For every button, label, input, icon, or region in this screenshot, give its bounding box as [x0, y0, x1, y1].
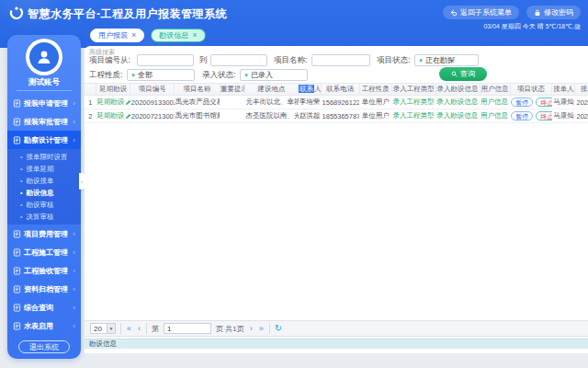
page-title: 智慧水务平台-工程及用户报装管理系统 [28, 6, 227, 22]
main-panel: 高级搜索 项目编号从: 到 项目名称: 项目状态: ▼ 正在勘探 工程性质: ▼… [85, 46, 588, 353]
sidebar-item-meter-enable[interactable]: 水表启用 › [7, 316, 81, 335]
tab-close-icon[interactable]: × [131, 31, 136, 40]
chevron-right-icon: › [73, 322, 75, 330]
user-info-link[interactable]: 用户信息 [481, 98, 510, 107]
pager-divider [120, 323, 121, 334]
column-delay-survey[interactable]: 延期勘设 [96, 84, 130, 96]
project-status-label: 项目状态: [377, 54, 410, 66]
submenu-item-final-audit[interactable]: • 决算审核 [7, 211, 81, 223]
sidebar-item-survey-design-mgmt[interactable]: 勘察设计管理 › [7, 131, 81, 149]
sidebar-item-cost-mgmt[interactable]: 项目费用管理 › [7, 224, 81, 243]
submenu-item-order-time-limit[interactable]: • 接单限时设置 [7, 151, 81, 163]
submenu-item-survey-info[interactable]: • 勘设信息 [7, 187, 81, 199]
pause-button[interactable]: 暂停 [511, 111, 533, 121]
row-number: 2 [85, 109, 96, 123]
column-user-info[interactable]: 用户信息 [480, 84, 510, 96]
stop-button[interactable]: 终止 [536, 111, 552, 121]
tab-user-install[interactable]: 用户报装 × [90, 29, 144, 42]
pager-divider [146, 323, 147, 334]
pause-button[interactable]: 暂停 [511, 98, 533, 107]
entry-type-link[interactable]: 录入工程类型 [392, 111, 435, 121]
column-entry-survey[interactable]: 录入勘设信息 [435, 84, 480, 96]
sidebar-item-label: 水表启用 [24, 321, 53, 331]
column-project-name[interactable]: 项目名称 [175, 84, 220, 96]
sidebar-item-comprehensive-query[interactable]: 综合查询 › [7, 298, 81, 316]
date-weather-text: 03/04 星期四 今天 晴 5℃/18℃,微 [483, 22, 581, 31]
delay-survey-link[interactable]: 延期勘设 [96, 111, 130, 121]
page-total-label: 页 共1页 [216, 324, 244, 334]
logout-button[interactable]: 退出系统 [18, 340, 70, 353]
query-button[interactable]: 查询 [439, 67, 487, 81]
project-code-from-input[interactable] [137, 54, 194, 66]
username-text: 测试账号 [7, 77, 81, 88]
phone-cell: 15689261228 [322, 96, 360, 109]
back-to-subsystem-button[interactable]: 返回子系统菜单 [443, 6, 519, 19]
doc-icon [13, 136, 21, 144]
project-code-to-input[interactable] [210, 54, 267, 66]
south-panel-header[interactable]: 勘设信息 [85, 339, 588, 349]
take-date-cell: 2020-09-13 [575, 96, 588, 109]
sidebar-item-construction-mgmt[interactable]: 工程施工管理 › [7, 243, 81, 261]
pencil-icon [125, 99, 130, 106]
column-taker[interactable]: 接单人 [552, 84, 575, 96]
column-phone[interactable]: 联系电话 [322, 84, 360, 96]
back-to-subsystem-label: 返回子系统菜单 [460, 7, 512, 17]
column-important-hint[interactable]: 重要提示 [220, 84, 244, 96]
submenu-item-label: 勘设信息 [26, 189, 53, 198]
entry-type-link[interactable]: 录入工程类型 [392, 98, 435, 107]
submenu-item-order-delay[interactable]: • 接单延期 [7, 163, 81, 175]
project-name-input[interactable] [311, 54, 370, 66]
table-row[interactable]: 2 延期勘设 202007213001 禹光市图书馆新馆 杰圣医院以南、光明路以… [85, 109, 588, 123]
entry-status-select[interactable]: ▼ 已录入 [240, 69, 308, 81]
prev-page-button[interactable]: ‹ [137, 325, 141, 333]
project-status-value: 正在勘探 [425, 55, 455, 65]
chevron-right-icon: › [73, 118, 75, 126]
sidebar-item-apply-mgmt[interactable]: 报装申请管理 › [7, 94, 81, 112]
last-page-button[interactable]: » [258, 325, 265, 333]
sidebar-submenu: • 接单限时设置 • 接单延期 • 勘设接单 • 勘设信息 • 勘设审核 [7, 149, 81, 224]
bullet-icon: • [20, 213, 22, 220]
next-page-button[interactable]: › [249, 325, 254, 333]
column-nature[interactable]: 工程性质 [359, 84, 391, 96]
tab-close-icon[interactable]: × [192, 31, 197, 40]
refresh-icon[interactable]: ↻ [275, 324, 282, 333]
page-number-input[interactable] [164, 323, 211, 334]
page-size-select[interactable]: 20 ▼ [90, 323, 116, 334]
table-row[interactable]: 1 延期勘设 202009133002 禹光农产品交易市 元丰街以北、幸福路以东… [85, 96, 588, 109]
project-status-select[interactable]: ▼ 正在勘探 [414, 54, 479, 66]
entry-survey-link[interactable]: 录入勘设信息 [436, 98, 480, 107]
entry-survey-link[interactable]: 录入勘设信息 [436, 111, 480, 121]
column-project-code[interactable]: 项目编号 [130, 84, 175, 96]
tab-survey-info[interactable]: 勘设信息 × [151, 29, 205, 42]
column-take-date[interactable]: 接单日期 [575, 84, 588, 96]
column-contact[interactable]: 联系人 [299, 84, 322, 96]
page-size-value: 20 [91, 325, 107, 333]
taker-cell: 马康灿 [552, 96, 575, 109]
stop-button[interactable]: 终止 [536, 98, 552, 107]
change-password-button[interactable]: 修改密码 [526, 6, 581, 19]
sidebar-item-approve-mgmt[interactable]: 报装审批管理 › [7, 112, 81, 131]
pencil-icon [479, 99, 480, 106]
sidebar-divider [17, 90, 72, 91]
pencil-icon [435, 113, 435, 120]
column-project-status[interactable]: 项目状态 [510, 84, 552, 96]
table-header-row: 延期勘设 项目编号 项目名称 重要提示 建设地点 联系人 联系电话 工程性质 录… [85, 84, 588, 96]
column-entry-type[interactable]: 录入工程类型 [391, 84, 435, 96]
project-nature-label: 工程性质: [89, 69, 122, 81]
submenu-item-label: 接单延期 [26, 165, 53, 174]
user-info-link[interactable]: 用户信息 [481, 111, 510, 121]
sidebar-item-archive-mgmt[interactable]: 资料归档管理 › [7, 280, 81, 298]
change-password-label: 修改密码 [544, 7, 573, 17]
chevron-right-icon: › [73, 285, 75, 293]
submenu-item-survey-audit[interactable]: • 勘设审核 [7, 199, 81, 211]
submenu-item-survey-order[interactable]: • 勘设接单 [7, 175, 81, 187]
sidebar-item-acceptance-mgmt[interactable]: 工程验收管理 › [7, 261, 81, 280]
project-nature-select[interactable]: ▼ 全部 [127, 69, 195, 81]
column-site[interactable]: 建设地点 [244, 84, 298, 96]
delay-survey-link[interactable]: 延期勘设 [96, 98, 130, 107]
row-number: 1 [85, 96, 96, 109]
back-arrow-icon [450, 9, 458, 17]
sidebar-item-label: 综合查询 [24, 303, 53, 313]
first-page-button[interactable]: « [126, 325, 132, 333]
bullet-icon: • [20, 154, 22, 160]
